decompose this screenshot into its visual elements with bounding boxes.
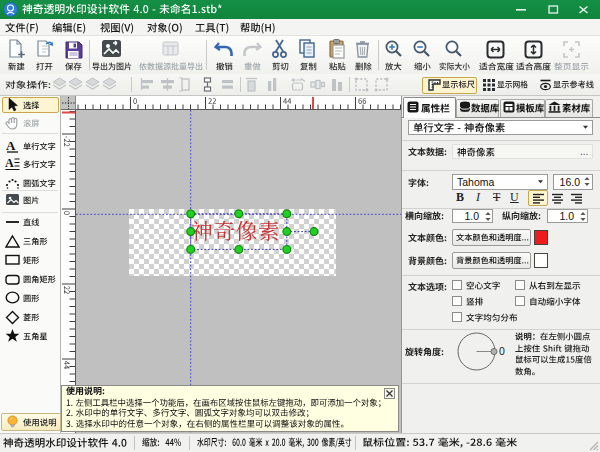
svg-text:A: A (6, 138, 16, 153)
svg-text:A: A (5, 156, 14, 170)
